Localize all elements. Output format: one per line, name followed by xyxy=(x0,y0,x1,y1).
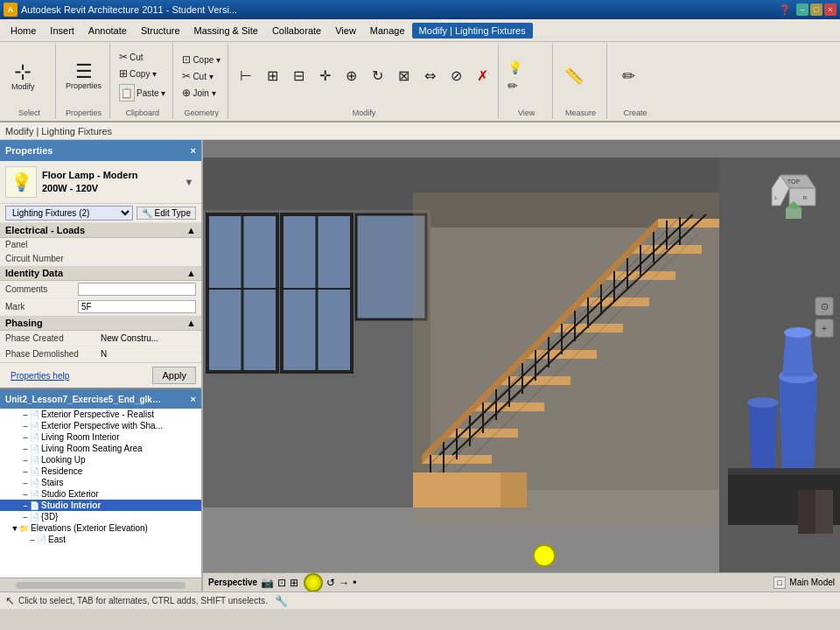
perspective-label: Perspective xyxy=(208,578,257,587)
tree-item-east[interactable]: – 📄 East xyxy=(0,534,201,545)
project-tree: – 📄 Exterior Perspective - Realist – 📄 E… xyxy=(0,409,201,578)
view-btn2[interactable]: ✏ xyxy=(504,77,526,94)
ribbon-group-measure: 📏 Measure xyxy=(555,44,607,119)
properties-close-button[interactable]: × xyxy=(191,145,196,156)
copy-modify-button[interactable]: ⊕ xyxy=(339,66,363,86)
menu-insert[interactable]: Insert xyxy=(43,23,81,38)
delete-button[interactable]: ✗ xyxy=(470,66,494,86)
menu-collaborate[interactable]: Collaborate xyxy=(265,23,328,38)
tree-item-living-interior[interactable]: – 📄 Living Room Interior xyxy=(0,431,201,443)
ribbon-group-view: 💡 ✏ View xyxy=(500,44,553,119)
app-icon: A xyxy=(4,3,18,17)
svg-text:+: + xyxy=(822,323,827,333)
menu-structure[interactable]: Structure xyxy=(134,23,187,38)
tree-item-residence[interactable]: – 📄 Residence xyxy=(0,466,201,477)
ribbon-label-geometry: Geometry xyxy=(178,108,224,117)
mirror-button[interactable]: ⊟ xyxy=(286,66,311,86)
view-icon-dot[interactable]: • xyxy=(353,577,356,589)
prop-mark-input[interactable] xyxy=(78,300,196,313)
ribbon-group-clipboard: ✂ Cut ⊞ Copy ▾ 📋 Paste ▾ Clipboard xyxy=(112,44,173,119)
section-phasing-expand[interactable]: ▲ xyxy=(186,318,196,328)
title-bar: A Autodesk Revit Architecture 2011 - Stu… xyxy=(0,0,840,19)
cope-button[interactable]: ⊡ Cope ▾ xyxy=(178,52,224,67)
measure-button[interactable]: 📏 xyxy=(558,66,590,87)
section-electrical-expand[interactable]: ▲ xyxy=(186,225,196,235)
view-icon-rotate[interactable]: ↺ xyxy=(326,577,335,589)
edit-type-button[interactable]: 🔧 Edit Type xyxy=(136,206,196,220)
tree-item-looking-up[interactable]: – 📄 Looking Up xyxy=(0,454,201,466)
viewport[interactable]: TOP L R ⊙ + Perspective 📷 ⊡ ⊞ ↺ → • xyxy=(203,140,840,592)
tree-scrollbar[interactable] xyxy=(0,578,201,592)
move-button[interactable]: ✛ xyxy=(312,66,337,86)
paste-button[interactable]: 📋 Paste ▾ xyxy=(116,82,169,103)
type-selector[interactable]: Lighting Fixtures (2) xyxy=(5,206,133,220)
scale-button[interactable]: ⇔ xyxy=(417,66,442,86)
cut-geometry-button[interactable]: ✂ Cut ▾ xyxy=(178,68,224,84)
svg-marker-72 xyxy=(798,490,816,534)
fixture-dropdown[interactable]: ▼ xyxy=(182,175,196,189)
prop-phase-created-label: Phase Created xyxy=(5,333,98,343)
trim-button[interactable]: ⊘ xyxy=(444,66,468,86)
project-browser-header: Unit2_Lesson7_Exercise5_End_glk - Proje.… xyxy=(0,389,201,409)
svg-marker-63 xyxy=(779,376,817,472)
tree-item-stairs[interactable]: – 📄 Stairs xyxy=(0,477,201,488)
ribbon-group-modify: ⊢ ⊞ ⊟ ✛ ⊕ ↻ ⊠ xyxy=(230,44,499,119)
menu-home[interactable]: Home xyxy=(4,23,43,38)
view-scale-btn[interactable]: □ xyxy=(774,577,786,589)
tree-item-living-seating[interactable]: – 📄 Living Room Seating Area xyxy=(0,443,201,454)
array-button[interactable]: ⊠ xyxy=(391,66,416,86)
menu-manage[interactable]: Manage xyxy=(363,23,412,38)
view-btn1[interactable]: 💡 xyxy=(504,59,526,76)
properties-button[interactable]: ☰ Properties xyxy=(61,60,106,93)
section-phasing[interactable]: Phasing ▲ xyxy=(0,316,201,331)
ribbon-label-modify: Modify xyxy=(234,108,494,117)
properties-title: Properties xyxy=(5,145,52,156)
tree-item-ext-sha[interactable]: – 📄 Exterior Perspective with Sha... xyxy=(0,420,201,431)
properties-help-link[interactable]: Properties help xyxy=(5,369,74,382)
menu-modify-lighting[interactable]: Modify | Lighting Fixtures xyxy=(412,23,533,38)
create-button[interactable]: ✏ xyxy=(612,66,644,87)
offset-button[interactable]: ⊞ xyxy=(260,66,284,86)
ribbon-content: ⊹ Modify Select ☰ Properties Properties … xyxy=(0,42,840,121)
copy-button[interactable]: ⊞ Copy ▾ xyxy=(116,66,169,81)
rotate-button[interactable]: ↻ xyxy=(365,66,389,86)
prop-circuit-value xyxy=(98,258,196,260)
properties-panel-header: Properties × xyxy=(0,140,201,161)
tree-item-studio-exterior[interactable]: – 📄 Studio Exterior xyxy=(0,488,201,500)
menu-annotate[interactable]: Annotate xyxy=(81,23,134,38)
prop-comments-input[interactable] xyxy=(78,283,196,296)
prop-comments-label: Comments xyxy=(5,284,78,294)
svg-point-66 xyxy=(784,327,812,338)
section-electrical[interactable]: Electrical - Loads ▲ xyxy=(0,223,201,238)
maximize-button[interactable]: □ xyxy=(810,4,822,16)
menu-massing[interactable]: Massing & Site xyxy=(187,23,265,38)
view-icon-camera[interactable]: 📷 xyxy=(261,577,274,589)
tree-item-studio-interior[interactable]: – 📄 Studio Interior xyxy=(0,500,201,511)
prop-phase-created-value: New Constru... xyxy=(98,332,196,344)
project-browser-close[interactable]: × xyxy=(191,394,196,404)
prop-mark-label: Mark xyxy=(5,302,78,312)
project-browser: Unit2_Lesson7_Exercise5_End_glk - Proje.… xyxy=(0,388,201,592)
view-icon-box[interactable]: ⊡ xyxy=(277,577,286,589)
view-icon-grid[interactable]: ⊞ xyxy=(290,577,298,589)
tree-item-ext-realist[interactable]: – 📄 Exterior Perspective - Realist xyxy=(0,409,201,420)
tree-item-elevations[interactable]: ▼ 📁 Elevations (Exterior Elevation) xyxy=(0,522,201,534)
view-icon-arrow[interactable]: → xyxy=(339,577,349,589)
status-bar: ↖ Click to select, TAB for alternates, C… xyxy=(0,592,840,609)
align-button[interactable]: ⊢ xyxy=(234,66,258,86)
section-phasing-label: Phasing xyxy=(5,318,43,328)
app-title: Autodesk Revit Architecture 2011 - Stude… xyxy=(21,4,237,15)
apply-button[interactable]: Apply xyxy=(152,367,196,384)
scene-svg: TOP L R ⊙ + xyxy=(203,140,840,592)
minimize-button[interactable]: – xyxy=(796,4,808,16)
svg-point-69 xyxy=(747,397,779,408)
menu-view[interactable]: View xyxy=(328,23,363,38)
tree-item-3d[interactable]: – 📄 {3D} xyxy=(0,511,201,522)
cut-button[interactable]: ✂ Cut xyxy=(116,49,169,65)
join-button[interactable]: ⊕ Join ▾ xyxy=(178,85,224,101)
modify-button[interactable]: ⊹ Modify xyxy=(7,59,39,94)
close-button[interactable]: × xyxy=(824,4,836,16)
section-identity-expand[interactable]: ▲ xyxy=(186,268,196,278)
help-icon[interactable]: ❓ xyxy=(779,4,791,16)
section-identity[interactable]: Identity Data ▲ xyxy=(0,266,201,281)
